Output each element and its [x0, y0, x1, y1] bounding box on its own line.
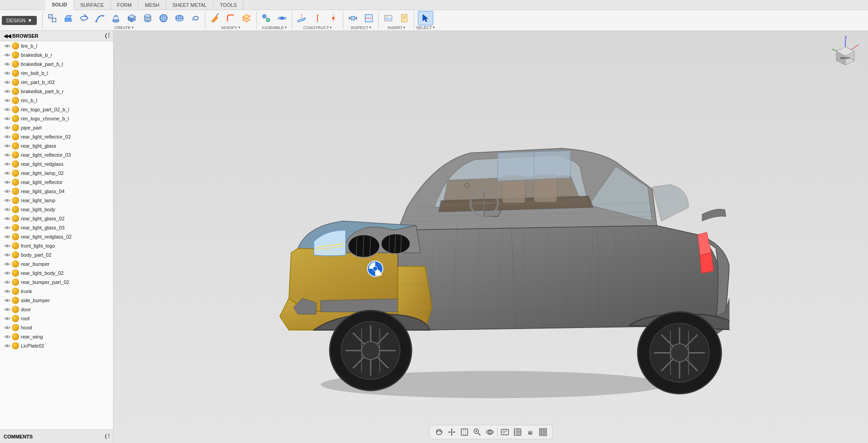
insert-img-btn[interactable] [381, 11, 396, 25]
design-button[interactable]: DESIGN ▼ [2, 16, 37, 25]
zoom-in-btn[interactable] [471, 427, 482, 438]
browser-item[interactable]: rear_light_redglass_02 [0, 232, 113, 241]
box-btn[interactable] [124, 11, 139, 25]
inspect-label[interactable]: INSPECT ▾ [351, 25, 371, 30]
browser-item[interactable]: roof [0, 314, 113, 323]
tab-tools[interactable]: TOOLS [213, 0, 243, 10]
browser-item[interactable]: brakedisk_b_r [0, 50, 113, 60]
visibility-icon[interactable] [4, 224, 11, 231]
visibility-icon[interactable] [4, 288, 11, 295]
extrude-btn[interactable] [60, 11, 76, 25]
visibility-icon[interactable] [4, 297, 11, 304]
browser-item[interactable]: brakedisk_part_b_l [0, 60, 113, 69]
visibility-icon[interactable] [4, 179, 11, 186]
browser-item[interactable]: rear_light_redglass [0, 159, 113, 169]
visibility-icon[interactable] [4, 269, 11, 277]
tab-sheetmetal[interactable]: SHEET METAL [166, 0, 213, 10]
browser-item[interactable]: rim_part_b_r02 [0, 78, 113, 87]
orbit-btn[interactable] [433, 427, 444, 438]
browser-item[interactable]: rear_bumper [0, 259, 113, 269]
tab-mesh[interactable]: MESH [139, 0, 166, 10]
browser-item[interactable]: rear_bumper_part_02 [0, 278, 113, 287]
measure-btn[interactable] [345, 11, 361, 25]
browser-item[interactable]: rear_light_body [0, 205, 113, 214]
visibility-icon[interactable] [4, 42, 11, 50]
visibility-icon[interactable] [4, 215, 11, 222]
visibility-icon[interactable] [4, 315, 11, 322]
visibility-icon[interactable] [4, 242, 11, 249]
sweep-btn[interactable] [92, 11, 108, 25]
tab-form[interactable]: FORM [111, 0, 139, 10]
visibility-icon[interactable] [4, 79, 11, 86]
visibility-icon[interactable] [4, 70, 11, 77]
visibility-icon[interactable] [4, 60, 11, 68]
browser-item[interactable]: tire_b_l [0, 41, 113, 50]
browser-item[interactable]: rear_light_glass [0, 141, 113, 150]
browser-item[interactable]: rear_light_body_02 [0, 269, 113, 278]
browser-item[interactable]: trunk [0, 287, 113, 296]
loft-btn[interactable] [108, 11, 124, 25]
new-component-btn[interactable] [45, 11, 60, 25]
fillet-btn[interactable] [223, 11, 238, 25]
visibility-icon[interactable] [4, 51, 11, 59]
visibility-icon[interactable] [4, 133, 11, 140]
browser-item[interactable]: side_bumper [0, 296, 113, 305]
viewport[interactable]: Z FRONT [114, 31, 868, 443]
modify-btn[interactable] [207, 11, 223, 25]
visibility-icon[interactable] [4, 251, 11, 259]
visibility-icon[interactable] [4, 151, 11, 159]
visibility-icon[interactable] [4, 97, 11, 104]
browser-item[interactable]: body_part_02 [0, 250, 113, 259]
insert-label[interactable]: INSERT ▾ [387, 25, 405, 30]
point-btn[interactable] [326, 11, 341, 25]
browser-item[interactable]: rim_logo_chrome_b_l [0, 114, 113, 123]
zoom-fit-btn[interactable] [459, 427, 470, 438]
look-at-btn[interactable] [484, 427, 495, 438]
cylinder-btn[interactable] [140, 11, 155, 25]
browser-item[interactable]: LicPlate02 [0, 341, 113, 350]
browser-item[interactable]: brakedisk_part_b_r [0, 87, 113, 96]
visibility-icon[interactable] [4, 260, 11, 268]
visibility-icon[interactable] [4, 169, 11, 177]
plane-btn[interactable] [294, 11, 309, 25]
select-btn[interactable] [418, 11, 433, 25]
visibility-icon[interactable] [4, 233, 11, 240]
browser-item[interactable]: rim_logo_part_02_b_l [0, 105, 113, 114]
view-cube-btn[interactable] [525, 427, 536, 438]
construct-label[interactable]: CONSTRUCT ▾ [303, 25, 332, 30]
create-label[interactable]: CREATE ▾ [114, 25, 134, 30]
visibility-icon[interactable] [4, 142, 11, 149]
browser-item[interactable]: rear_light_glass_04 [0, 187, 113, 196]
tab-solid[interactable]: SOLID [45, 0, 74, 10]
more-view-btn[interactable] [537, 427, 548, 438]
visibility-icon[interactable] [4, 206, 11, 213]
browser-item[interactable]: rear_wing [0, 332, 113, 341]
visibility-icon[interactable] [4, 324, 11, 331]
browser-item[interactable]: rear_light_reflector [0, 178, 113, 187]
visibility-icon[interactable] [4, 88, 11, 95]
assemble-label[interactable]: ASSEMBLE ▾ [262, 25, 287, 30]
visibility-icon[interactable] [4, 333, 11, 340]
browser-item[interactable]: door [0, 305, 113, 314]
modify-label[interactable]: MODIFY ▾ [222, 25, 240, 30]
display-settings-btn[interactable] [499, 427, 510, 438]
visibility-icon[interactable] [4, 106, 11, 113]
visibility-icon[interactable] [4, 279, 11, 286]
browser-item[interactable]: front_light_logo [0, 241, 113, 250]
joint-btn[interactable] [274, 11, 290, 25]
coil-btn[interactable] [188, 11, 203, 25]
axis-btn[interactable] [310, 11, 325, 25]
browser-collapse-btn[interactable]: 〈 ⋮ [105, 33, 109, 39]
visibility-icon[interactable] [4, 342, 11, 349]
visibility-icon[interactable] [4, 115, 11, 122]
select-label[interactable]: SELECT ▾ [416, 25, 435, 30]
browser-item[interactable]: pipe_part [0, 123, 113, 132]
browser-item[interactable]: hood [0, 323, 113, 332]
browser-item[interactable]: rear_light_reflector_02 [0, 132, 113, 141]
comments-arrow[interactable]: 〈 ⋮ [105, 433, 109, 439]
browser-item[interactable]: rear_light_reflector_03 [0, 150, 113, 159]
browser-item[interactable]: rim_b_l [0, 96, 113, 105]
grid-btn[interactable] [512, 427, 523, 438]
browser-item[interactable]: rear_light_lamp_02 [0, 169, 113, 178]
sphere-btn[interactable] [156, 11, 171, 25]
